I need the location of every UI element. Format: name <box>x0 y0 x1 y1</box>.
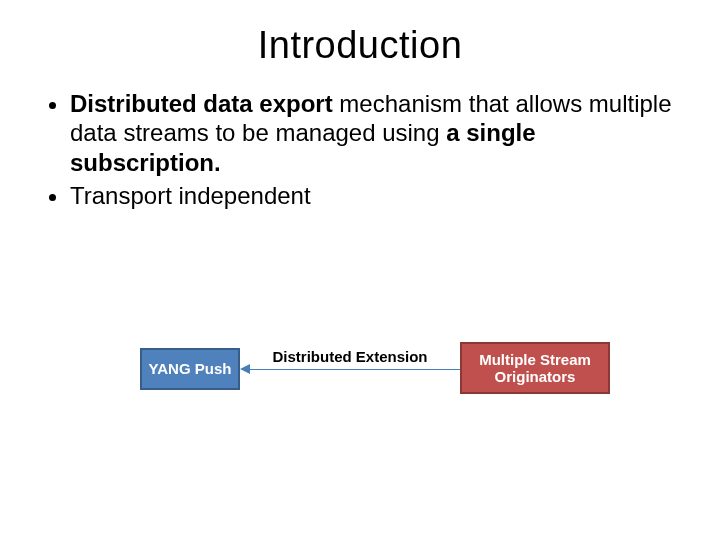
slide: Introduction Distributed data export mec… <box>0 0 720 540</box>
diagram-box-yang-push: YANG Push <box>140 348 240 390</box>
text-segment: Distributed data export <box>70 90 333 117</box>
slide-title: Introduction <box>0 0 720 75</box>
diagram-box-multiple-stream-originators: Multiple Stream Originators <box>460 342 610 394</box>
diagram: YANG Push Distributed Extension Multiple… <box>0 330 720 410</box>
bullet-item: Transport independent <box>70 181 680 210</box>
text-segment: Transport independent <box>70 182 311 209</box>
arrow-line-icon <box>248 369 460 370</box>
bullet-list: Distributed data export mechanism that a… <box>40 89 680 210</box>
diagram-arrow: Distributed Extension <box>240 348 460 390</box>
diagram-arrow-label: Distributed Extension <box>240 348 460 365</box>
bullet-item: Distributed data export mechanism that a… <box>70 89 680 177</box>
arrow-left-icon <box>240 364 250 374</box>
slide-body: Distributed data export mechanism that a… <box>0 75 720 210</box>
